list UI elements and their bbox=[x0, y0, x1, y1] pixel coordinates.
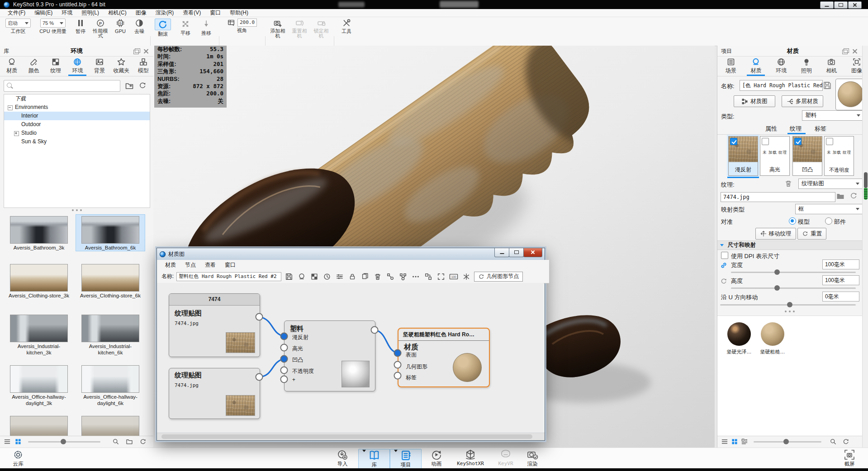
detail-view-icon[interactable] bbox=[741, 438, 748, 445]
import-folder-icon[interactable] bbox=[125, 81, 134, 90]
tree-item-environments[interactable]: Environments bbox=[4, 103, 150, 112]
environment-thumbnail[interactable]: Aversis_Office-hallway-daylight_6k bbox=[76, 364, 145, 406]
environment-thumbnail[interactable]: Aversis_Clothing-store_3k bbox=[5, 263, 73, 299]
maximize-button[interactable] bbox=[834, 1, 848, 9]
dock-library[interactable]: 库 bbox=[358, 449, 390, 470]
tree-item-interior[interactable]: Interior bbox=[4, 112, 150, 120]
add-camera-button[interactable]: 添加相机 bbox=[269, 19, 287, 38]
size-mapping-section[interactable]: 尺寸和映射 bbox=[717, 240, 863, 250]
slider-thumb[interactable] bbox=[61, 439, 66, 444]
refresh-icon[interactable] bbox=[139, 438, 147, 445]
menu-image[interactable]: 图像 bbox=[132, 9, 151, 17]
plastic-node[interactable]: 塑料 漫反射 高光 凹凸 不透明度 + bbox=[284, 320, 375, 391]
preset-size-slider[interactable] bbox=[754, 441, 821, 443]
reload-texture-icon[interactable] bbox=[849, 192, 858, 200]
texture-slot-diffuse[interactable]: 漫反射 bbox=[728, 136, 758, 176]
workspace-dropdown[interactable]: 启动 工作区 bbox=[4, 19, 33, 34]
reset-button[interactable]: 重置 bbox=[797, 228, 826, 240]
align-part-radio[interactable] bbox=[825, 217, 832, 225]
refresh-icon[interactable] bbox=[138, 81, 147, 89]
show-connections-icon[interactable] bbox=[411, 272, 421, 282]
material-graph-button[interactable]: 材质图 bbox=[734, 95, 775, 107]
height-field[interactable]: 100毫米 bbox=[822, 275, 859, 285]
reset-camera-button[interactable]: 重置相机 bbox=[290, 19, 308, 38]
link-icon[interactable] bbox=[720, 262, 727, 269]
material-root-node[interactable]: 坚硬粗糙塑料红色 Hard Ro… 材质 表面 几何图形 标签 bbox=[398, 328, 490, 387]
dolly-button[interactable]: 推移 bbox=[197, 19, 215, 36]
maximize-button[interactable] bbox=[509, 248, 524, 257]
tree-item-studio[interactable]: Studio bbox=[4, 129, 150, 137]
refresh-icon[interactable] bbox=[842, 438, 849, 445]
panel-splitter[interactable] bbox=[0, 209, 153, 211]
close-panel-icon[interactable] bbox=[142, 47, 150, 55]
slot-checkbox[interactable] bbox=[826, 138, 833, 145]
fit-view-icon[interactable] bbox=[436, 272, 446, 282]
scrollbar-thumb[interactable] bbox=[864, 172, 868, 188]
ungroup-nodes-icon[interactable] bbox=[398, 272, 408, 282]
float-panel-icon[interactable] bbox=[841, 47, 849, 55]
tab-scene[interactable]: 场景 bbox=[721, 56, 741, 76]
tab-environments[interactable]: 环境 bbox=[67, 56, 88, 76]
material-graph-canvas[interactable]: 7474 纹理贴图 7474.jpg 纹理贴图 7474.jpg 塑料 漫反射 … bbox=[157, 283, 544, 432]
slot-checkbox[interactable] bbox=[762, 138, 769, 145]
list-view-icon[interactable] bbox=[4, 438, 11, 445]
preset-material-dark[interactable] bbox=[727, 322, 751, 346]
fov-value-field[interactable]: 200.0 bbox=[237, 19, 257, 27]
material-graph-titlebar[interactable]: 材质图 bbox=[157, 248, 545, 260]
tab-environment[interactable]: 环境 bbox=[771, 56, 792, 76]
close-panel-icon[interactable] bbox=[851, 47, 859, 55]
tab-materials[interactable]: 材质 bbox=[1, 56, 22, 76]
environment-thumbnail-selected[interactable]: Aversis_Bathroom_6k bbox=[76, 215, 145, 251]
menu-camera[interactable]: 相机(C) bbox=[104, 9, 131, 17]
menu-window[interactable]: 窗口 bbox=[206, 9, 225, 17]
save-icon[interactable] bbox=[823, 81, 832, 90]
copy-icon[interactable] bbox=[360, 272, 370, 282]
graph-menu-material[interactable]: 材质 bbox=[161, 261, 180, 269]
performance-mode-button[interactable]: P 性能模式 bbox=[91, 19, 109, 38]
slider-thumb[interactable] bbox=[774, 269, 780, 275]
thumbnail-size-slider[interactable] bbox=[28, 441, 100, 443]
dock-project[interactable]: 项目 bbox=[390, 449, 422, 470]
graph-menu-window[interactable]: 窗口 bbox=[221, 261, 239, 269]
fov-control[interactable]: 200.0 视角 bbox=[223, 19, 261, 33]
minimize-button[interactable] bbox=[494, 248, 509, 257]
tools-button[interactable]: 工具 bbox=[337, 19, 356, 34]
texture-node-2[interactable]: 纹理贴图 7474.jpg bbox=[169, 368, 260, 419]
panel-splitter[interactable] bbox=[717, 311, 862, 312]
environment-thumbnail[interactable] bbox=[5, 414, 73, 436]
dock-screenshot[interactable]: 截屏 bbox=[838, 449, 861, 467]
height-slider[interactable] bbox=[731, 287, 856, 289]
tree-item-downloads[interactable]: 下载 bbox=[4, 94, 150, 103]
tree-item-outdoor[interactable]: Outdoor bbox=[4, 120, 150, 129]
gpu-button[interactable]: G GPU bbox=[112, 19, 128, 34]
arrange-nodes-icon[interactable] bbox=[423, 272, 433, 282]
menu-view[interactable]: 查看(V) bbox=[179, 9, 205, 17]
history-icon[interactable] bbox=[322, 272, 332, 282]
environment-thumbnail[interactable]: Aversis_Bathroom_3k bbox=[5, 215, 73, 251]
slider-thumb[interactable] bbox=[774, 285, 780, 291]
menu-lighting[interactable]: 照明(L) bbox=[77, 9, 103, 17]
dock-cloud-library[interactable]: 云库 bbox=[7, 449, 29, 467]
library-search-input[interactable] bbox=[4, 80, 120, 92]
mapping-type-dropdown[interactable]: 框 bbox=[795, 204, 863, 214]
cpu-usage-dropdown[interactable]: 75 % CPU 使用量 bbox=[37, 19, 69, 34]
folder-icon[interactable] bbox=[126, 438, 133, 445]
subtab-properties[interactable]: 属性 bbox=[765, 125, 777, 133]
dpi-checkbox[interactable] bbox=[721, 252, 728, 259]
tab-material[interactable]: 材质 bbox=[745, 56, 766, 76]
close-button[interactable] bbox=[523, 248, 542, 257]
tab-lighting[interactable]: 照明 bbox=[796, 56, 817, 76]
material-type-dropdown[interactable]: 塑料 bbox=[802, 110, 863, 121]
adjust-icon[interactable] bbox=[335, 272, 345, 282]
tab-camera[interactable]: 相机 bbox=[821, 56, 842, 76]
split-view-icon[interactable] bbox=[461, 272, 471, 282]
geometry-node-button[interactable]: 几何图形节点 bbox=[474, 272, 523, 282]
material-name-input[interactable]: [色 Hard Rough Plastic Red #2 bbox=[740, 80, 823, 91]
subtab-textures[interactable]: 纹理 bbox=[790, 125, 802, 133]
align-model-radio[interactable] bbox=[789, 217, 796, 225]
collapse-icon[interactable] bbox=[8, 105, 13, 110]
save-icon[interactable] bbox=[284, 272, 294, 282]
lock-camera-button[interactable]: 锁定相机 bbox=[312, 19, 330, 38]
dock-keyvr[interactable]: KeyVR bbox=[492, 449, 519, 466]
texture-node-7474[interactable]: 7474 纹理贴图 7474.jpg bbox=[169, 293, 260, 357]
